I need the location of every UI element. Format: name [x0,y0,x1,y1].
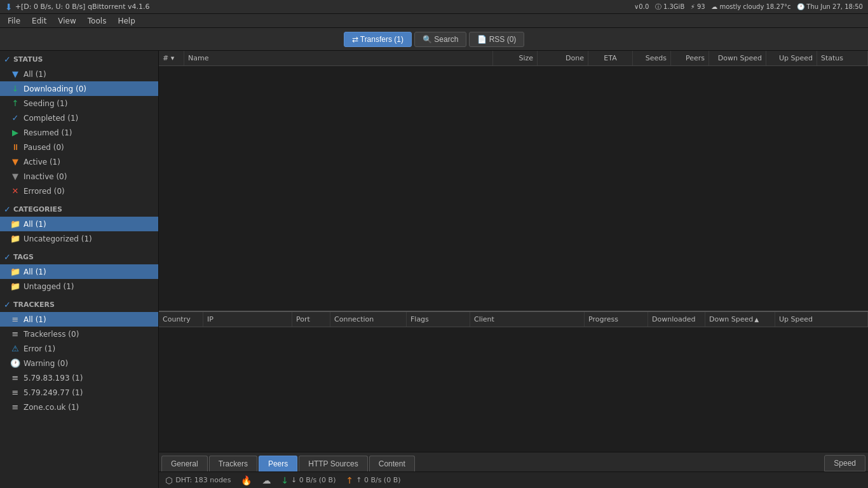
status-icon-8: ✕ [10,186,20,196]
tracker-item-6[interactable]: ≡Zone.co.uk (1) [0,400,158,414]
status-item-6[interactable]: ▼Active (1) [0,154,158,169]
tracker-item-4[interactable]: ≡5.79.83.193 (1) [0,370,158,385]
up-speed-text: ↑ 0 B/s (0 B) [356,476,400,484]
col-num[interactable]: # ▾ [159,51,184,65]
main-layout: ✓ STATUS ▼All (1)↓Downloading (0)↑Seedin… [0,51,868,488]
col-peers[interactable]: Peers [671,51,709,65]
col-size[interactable]: Size [493,51,538,65]
tags-items-container: 📁All (1)📁Untagged (1) [0,264,158,294]
status-item-0[interactable]: ▼All (1) [0,67,158,81]
menu-item-tools[interactable]: Tools [83,15,112,27]
torrent-table[interactable]: # ▾ Name Size Done ETA Seeds Peers Down … [159,51,868,312]
toolbar-tab-2[interactable]: 📄 RSS (0) [469,32,524,47]
dht-text: DHT: 183 nodes [175,476,231,484]
bottom-tab-content[interactable]: Content [369,456,415,471]
sidebar: ✓ STATUS ▼All (1)↓Downloading (0)↑Seedin… [0,51,159,488]
tracker-item-3[interactable]: 🕐Warning (0) [0,356,158,370]
tracker-item-5[interactable]: ≡5.79.249.77 (1) [0,385,158,400]
tags-section-header: ✓ TAGS [0,248,158,264]
status-item-7[interactable]: ▼Inactive (0) [0,169,158,184]
peer-col-upspeed[interactable]: Up Speed [775,312,868,327]
status-item-3[interactable]: ✓Completed (1) [0,111,158,125]
col-done[interactable]: Done [538,51,588,65]
categories-items-container: 📁All (1)📁Uncategorized (1) [0,217,158,246]
titlebar: ⬇ +[D: 0 B/s, U: 0 B/s] qBittorrent v4.1… [0,0,868,14]
col-name[interactable]: Name [184,51,493,65]
flame-icon: 🔥 [241,475,252,485]
tracker-item-0[interactable]: ≡All (1) [0,312,158,327]
col-seeds[interactable]: Seeds [633,51,671,65]
category-icon-1: 📁 [10,234,20,243]
bottom-tab-http-sources[interactable]: HTTP Sources [299,456,367,471]
tracker-label-6: Zone.co.uk (1) [24,403,79,412]
down-speed-icon: ↓ [281,475,288,485]
peer-col-connection[interactable]: Connection [330,312,407,327]
up-speed-status: ↑ ↑ 0 B/s (0 B) [346,475,400,485]
tag-icon-1: 📁 [10,281,20,291]
down-speed-text: ↓ 0 B/s (0 B) [291,476,336,484]
categories-section-header: ✓ CATEGORIES [0,201,158,217]
menu-item-file[interactable]: File [3,15,25,27]
status-icon-3: ✓ [10,113,20,123]
status-icon-7: ▼ [10,172,20,181]
bottom-tab-peers[interactable]: Peers [259,456,297,471]
peer-col-ip[interactable]: IP [203,312,292,327]
category-icon-0: 📁 [10,219,20,229]
menu-item-help[interactable]: Help [112,15,140,27]
status-item-5[interactable]: ⏸Paused (0) [0,140,158,154]
status-icon-4: ▶ [10,128,20,137]
app-icon: ⬇ [5,2,13,12]
status-item-8[interactable]: ✕Errored (0) [0,184,158,198]
tag-item-1[interactable]: 📁Untagged (1) [0,279,158,294]
menu-item-view[interactable]: View [53,15,81,27]
up-speed-icon: ↑ [346,475,353,485]
peer-col-client[interactable]: Client [470,312,585,327]
categories-check-icon: ✓ [4,205,11,214]
tag-icon-0: 📁 [10,267,20,276]
category-item-1[interactable]: 📁Uncategorized (1) [0,231,158,246]
speed-button[interactable]: Speed [824,455,865,471]
category-label-1: Uncategorized (1) [24,234,92,243]
col-upspeed[interactable]: Up Speed [766,51,817,65]
window-title: +[D: 0 B/s, U: 0 B/s] qBittorrent v4.1.6 [15,3,150,11]
status-icon-1: ↓ [10,84,20,93]
status-label-4: Resumed (1) [24,128,72,137]
tracker-icon-1: ≡ [10,329,20,339]
peer-col-flags[interactable]: Flags [407,312,470,327]
status-label-5: Paused (0) [24,143,64,152]
bottom-tab-trackers[interactable]: Trackers [209,456,257,471]
col-status[interactable]: Status [817,51,868,65]
peer-col-downloaded[interactable]: Downloaded [648,312,705,327]
tracker-icon-3: 🕐 [10,358,20,368]
status-item-2[interactable]: ↑Seeding (1) [0,96,158,111]
status-item-1[interactable]: ↓Downloading (0) [0,81,158,96]
peer-col-country[interactable]: Country [159,312,203,327]
status-icon-2: ↑ [10,98,20,108]
col-downspeed[interactable]: Down Speed [709,51,766,65]
toolbar-tab-1[interactable]: 🔍 Search [414,32,466,47]
status-label-0: All (1) [24,70,46,79]
system-info: ∨0.0 ⓘ 1.3GiB ⚡ 93 ☁ mostly cloudy 18.27… [634,3,863,11]
peer-col-port[interactable]: Port [292,312,330,327]
tracker-item-2[interactable]: ⚠Error (1) [0,341,158,356]
categories-section-label: CATEGORIES [13,205,62,214]
dht-status: ⬡ DHT: 183 nodes [165,475,231,485]
tracker-item-1[interactable]: ≡Trackerless (0) [0,327,158,341]
peer-col-progress[interactable]: Progress [585,312,648,327]
status-items-container: ▼All (1)↓Downloading (0)↑Seeding (1)✓Com… [0,67,158,198]
status-item-4[interactable]: ▶Resumed (1) [0,125,158,140]
toolbar-tab-0[interactable]: ⇄ Transfers (1) [344,32,412,47]
peer-table-header: Country IP Port Connection Flags Client … [159,312,868,327]
tracker-label-3: Warning (0) [24,359,68,368]
bottom-tabs: GeneralTrackersPeersHTTP SourcesContentS… [159,452,868,471]
peer-col-downspeed[interactable]: Down Speed ▲ [705,312,775,327]
tracker-icon-0: ≡ [10,315,20,324]
menu-item-edit[interactable]: Edit [27,15,51,27]
tag-item-0[interactable]: 📁All (1) [0,264,158,279]
statusbar: ⬡ DHT: 183 nodes 🔥 ☁ ↓ ↓ 0 B/s (0 B) ↑ ↑… [159,471,868,488]
bottom-tab-general[interactable]: General [161,456,208,471]
tracker-label-5: 5.79.249.77 (1) [24,388,83,397]
status-label-3: Completed (1) [24,114,78,123]
col-eta[interactable]: ETA [588,51,633,65]
category-item-0[interactable]: 📁All (1) [0,217,158,231]
